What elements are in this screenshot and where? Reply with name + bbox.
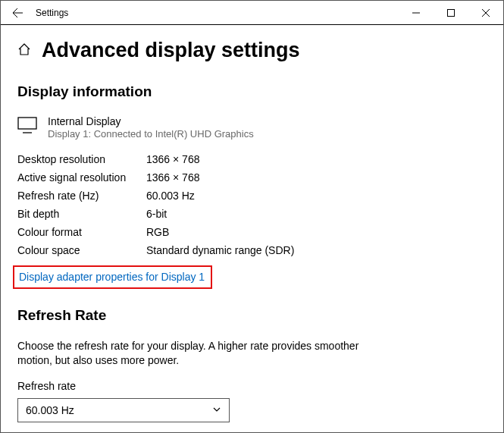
info-label: Active signal resolution [17,171,146,184]
info-row-bit-depth: Bit depth 6-bit [17,208,487,220]
display-summary: Internal Display Display 1: Connected to… [17,115,487,140]
content-area: Advanced display settings Display inform… [1,25,503,432]
info-value: 1366 × 768 [146,153,199,165]
refresh-rate-dropdown[interactable]: 60.003 Hz [17,398,230,422]
info-label: Refresh rate (Hz) [17,190,146,202]
maximize-icon [447,9,455,17]
titlebar-left: Settings [1,1,399,25]
monitor-icon [17,117,37,136]
info-value: RGB [146,226,169,238]
display-summary-text: Internal Display Display 1: Connected to… [48,115,254,140]
home-icon[interactable] [17,42,31,59]
display-info-table: Desktop resolution 1366 × 768 Active sig… [17,153,487,256]
display-information-heading: Display information [17,83,487,100]
settings-window: Settings Advanced display settings Displ… [0,0,504,433]
titlebar: Settings [1,1,503,25]
refresh-rate-heading: Refresh Rate [17,307,487,324]
page-title: Advanced display settings [42,39,300,62]
info-value: 6-bit [146,208,167,220]
info-label: Desktop resolution [17,153,146,165]
page-header: Advanced display settings [17,39,487,62]
close-button[interactable] [468,1,503,25]
info-label: Bit depth [17,208,146,220]
refresh-rate-dropdown-value: 60.003 Hz [26,404,74,416]
info-label: Colour format [17,226,146,238]
window-title: Settings [36,8,68,18]
info-row-colour-space: Colour space Standard dynamic range (SDR… [17,244,487,256]
info-label: Colour space [17,244,146,256]
info-value: 60.003 Hz [146,190,195,202]
close-icon [482,9,490,17]
display-adapter-properties-link[interactable]: Display adapter properties for Display 1 [19,271,205,283]
info-row-active-signal-resolution: Active signal resolution 1366 × 768 [17,171,487,184]
display-name: Internal Display [48,115,254,127]
back-button[interactable] [1,1,34,25]
highlight-box: Display adapter properties for Display 1 [13,265,212,289]
minimize-button[interactable] [399,1,434,25]
info-row-desktop-resolution: Desktop resolution 1366 × 768 [17,153,487,165]
info-row-refresh-rate: Refresh rate (Hz) 60.003 Hz [17,190,487,202]
minimize-icon [412,9,420,17]
svg-rect-1 [18,118,36,129]
info-value: 1366 × 768 [146,171,199,184]
window-controls [399,1,503,25]
info-row-colour-format: Colour format RGB [17,226,487,238]
refresh-rate-description: Choose the refresh rate for your display… [17,339,366,368]
display-subtitle: Display 1: Connected to Intel(R) UHD Gra… [48,128,254,140]
chevron-down-icon [212,404,221,416]
refresh-rate-label: Refresh rate [17,380,487,392]
back-arrow-icon [11,7,23,19]
svg-rect-0 [448,9,455,16]
maximize-button[interactable] [434,1,468,25]
info-value: Standard dynamic range (SDR) [146,244,294,256]
